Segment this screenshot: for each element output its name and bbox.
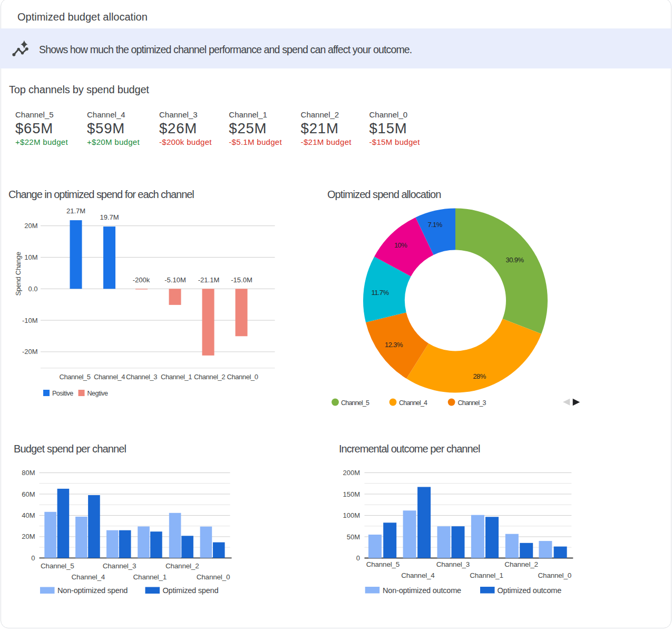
svg-text:Channel_3: Channel_3 [159,110,198,119]
svg-text:-$21M budget: -$21M budget [301,137,352,146]
svg-text:20M: 20M [24,222,37,230]
svg-text:Channel_3: Channel_3 [103,562,137,570]
svg-text:0.0: 0.0 [28,285,37,293]
svg-text:100M: 100M [343,511,360,519]
svg-text:+$20M budget: +$20M budget [87,137,140,146]
svg-text:$59M: $59M [87,120,125,136]
svg-text:10%: 10% [394,241,407,249]
svg-text:Channel_5: Channel_5 [60,373,91,381]
svg-text:Optimized budget allocation: Optimized budget allocation [17,11,148,23]
svg-text:50M: 50M [347,533,360,541]
svg-text:-$200k budget: -$200k budget [159,137,212,146]
svg-text:Channel_5: Channel_5 [341,399,369,407]
svg-text:Channel_2: Channel_2 [504,560,538,568]
svg-text:$15M: $15M [369,120,407,136]
svg-text:Channel_2: Channel_2 [194,373,225,381]
svg-text:Channel_5: Channel_5 [15,110,54,119]
svg-text:0: 0 [31,554,35,562]
svg-text:Incremental outcome per channe: Incremental outcome per channel [339,443,480,455]
svg-text:Channel_3: Channel_3 [436,560,470,568]
svg-text:-10M: -10M [22,317,38,324]
svg-text:Channel_1: Channel_1 [470,571,503,579]
svg-text:0: 0 [356,554,360,562]
svg-text:Channel_2: Channel_2 [301,110,339,119]
svg-text:Channel_4: Channel_4 [72,573,105,581]
svg-text:10M: 10M [24,253,37,261]
svg-text:-20M: -20M [22,348,38,356]
svg-text:-$5.1M budget: -$5.1M budget [229,137,282,146]
svg-text:Channel_0: Channel_0 [197,573,230,581]
svg-text:Shows how much the optimized c: Shows how much the optimized channel per… [39,44,412,55]
svg-text:Negtive: Negtive [87,390,108,397]
svg-text:Channel_4: Channel_4 [87,110,125,119]
svg-text:Non-optimized spend: Non-optimized spend [57,586,128,595]
svg-text:$21M: $21M [301,120,339,136]
svg-text:Positive: Positive [52,390,73,397]
svg-text:-21.1M: -21.1M [198,276,219,284]
svg-text:200M: 200M [343,469,360,477]
svg-text:Channel_2: Channel_2 [165,562,199,570]
svg-text:Optimized spend: Optimized spend [163,586,219,595]
svg-text:Channel_4: Channel_4 [401,571,435,579]
svg-text:Optimized spend allocation: Optimized spend allocation [327,189,441,200]
svg-text:Channel_4: Channel_4 [94,373,125,381]
svg-text:Channel_0: Channel_0 [227,373,258,381]
svg-text:30.9%: 30.9% [506,256,524,264]
svg-text:Change in optimized spend for: Change in optimized spend for each chann… [8,189,194,200]
svg-text:Channel_3: Channel_3 [458,399,486,407]
svg-text:$65M: $65M [15,120,53,136]
svg-text:21.7M: 21.7M [66,207,85,215]
svg-text:Channel_1: Channel_1 [229,110,267,119]
svg-text:60M: 60M [22,490,35,498]
svg-text:28%: 28% [473,372,486,380]
svg-text:20M: 20M [22,533,35,540]
svg-text:$25M: $25M [229,120,267,136]
svg-text:Non-optimized outcome: Non-optimized outcome [383,586,461,595]
svg-text:Channel_5: Channel_5 [41,562,74,570]
svg-text:$26M: $26M [159,120,197,136]
svg-text:Budget spend per channel: Budget spend per channel [14,443,126,455]
svg-text:Channel_1: Channel_1 [133,573,167,581]
svg-text:Channel_0: Channel_0 [369,110,408,119]
svg-text:+$22M budget: +$22M budget [15,137,68,146]
svg-text:150M: 150M [343,490,360,498]
svg-text:-5.10M: -5.10M [164,276,186,284]
svg-text:-200k: -200k [133,276,150,284]
svg-text:Channel_1: Channel_1 [161,373,192,381]
svg-text:80M: 80M [22,469,35,477]
svg-text:Channel_4: Channel_4 [399,399,427,407]
svg-text:Optimized outcome: Optimized outcome [498,586,562,595]
svg-text:19.7M: 19.7M [100,213,119,221]
svg-text:Channel_3: Channel_3 [126,373,157,381]
svg-text:7.1%: 7.1% [427,221,442,229]
svg-text:-$15M budget: -$15M budget [369,137,421,146]
svg-text:Channel_0: Channel_0 [538,571,572,579]
svg-text:Channel_5: Channel_5 [366,560,400,568]
svg-text:12.3%: 12.3% [385,341,403,349]
svg-text:Spend Change: Spend Change [14,252,22,295]
svg-text:-15.0M: -15.0M [231,276,252,284]
svg-text:Top channels by spend budget: Top channels by spend budget [9,84,149,95]
svg-text:11.7%: 11.7% [372,289,389,297]
svg-text:40M: 40M [22,511,35,519]
